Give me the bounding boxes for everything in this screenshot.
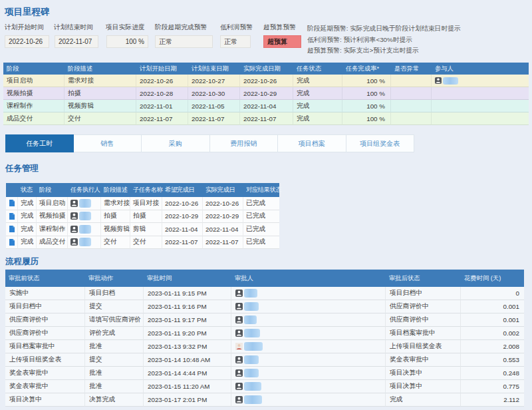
- process-col-header[interactable]: 审批动作: [85, 270, 144, 287]
- milestone-cell: 2022-11-07: [188, 112, 240, 125]
- milestone-col-header[interactable]: 任务完成率*: [342, 63, 391, 75]
- milestone-row[interactable]: 成品交付 交付 2022-11-07 2022-11-07 2022-11-07…: [3, 112, 529, 125]
- process-cell: 评价完成: [85, 327, 144, 340]
- milestone-cell: 2022-11-04: [240, 100, 293, 112]
- task-col-header[interactable]: 任务执行人: [68, 183, 101, 197]
- milestone-col-header[interactable]: 是否异常: [391, 63, 432, 75]
- redacted-name: [79, 212, 91, 220]
- field-label-4: 低利润预警: [220, 23, 253, 32]
- process-row[interactable]: 项目决算中 决算完成 2023-01-17 2:01 PM 完成 2.112: [5, 393, 524, 407]
- process-cell: 项目归档中: [386, 287, 461, 300]
- process-cell: 2023-01-15 11:20 AM: [144, 380, 231, 393]
- participants-cell: [432, 75, 529, 87]
- task-col-header[interactable]: 状态: [18, 183, 37, 197]
- process-row[interactable]: 供应商评价中 评价完成 2023-01-11 9:20 PM 项目档案审批中 0…: [5, 327, 524, 340]
- task-doc-cell[interactable]: [6, 210, 18, 224]
- process-col-header[interactable]: 审批人: [231, 270, 386, 287]
- process-cell: 实施中: [5, 287, 85, 300]
- process-cell: 0.001: [461, 300, 524, 313]
- milestone-col-header[interactable]: 计划结束日期: [188, 63, 240, 75]
- tab-5[interactable]: 项目组奖金表: [346, 134, 415, 152]
- process-col-header[interactable]: 审批前状态: [5, 270, 85, 287]
- field-value-0: 2022-10-26: [5, 35, 49, 48]
- task-cell: 项目启动: [37, 197, 68, 210]
- milestone-cell: [391, 87, 432, 100]
- task-col-header[interactable]: 阶段描述: [101, 183, 130, 197]
- tab-4[interactable]: 项目档案: [278, 134, 346, 152]
- process-cell: 供应商评价中: [386, 313, 461, 327]
- user-avatar-icon: [235, 369, 243, 377]
- task-cell: 2022-11-07: [203, 236, 243, 250]
- milestone-col-header[interactable]: 任务状态: [293, 63, 342, 75]
- redacted-name: [244, 315, 257, 324]
- process-row[interactable]: 项目归档中 提交 2023-01-11 9:16 PM 供应商评价中 0.001: [5, 300, 524, 313]
- participants-cell: [432, 100, 529, 112]
- task-doc-cell[interactable]: [6, 223, 18, 236]
- process-cell: 2023-01-11 9:16 PM: [144, 300, 231, 313]
- tab-0[interactable]: 任务工时: [5, 134, 74, 152]
- milestone-col-header[interactable]: 阶段: [3, 63, 65, 75]
- tab-3[interactable]: 费用报销: [210, 134, 279, 152]
- task-doc-cell[interactable]: [6, 197, 18, 210]
- task-row[interactable]: 完成 成品交付 交付 交付 2022-11-07 2022-11-07 已完成: [6, 236, 279, 250]
- task-cell: 项目对接: [130, 197, 162, 210]
- process-col-header[interactable]: 审批时间: [144, 270, 231, 287]
- task-row[interactable]: 完成 课程制作 视频剪辑 剪辑 2022-11-04 2022-11-04 已完…: [6, 223, 279, 236]
- process-cell: 奖金表审批中: [386, 353, 461, 367]
- task-cell: 2022-11-07: [162, 236, 203, 250]
- task-cell: 2022-10-29: [162, 210, 203, 224]
- process-row[interactable]: 实施中 项目归档 2023-01-11 9:15 PM 项目归档中 0: [5, 287, 524, 300]
- redacted-name: [244, 342, 263, 351]
- milestone-cell: 100 %: [342, 100, 391, 112]
- task-col-header[interactable]: 实际完成日: [203, 183, 243, 197]
- milestone-cell: 视频剪辑: [65, 100, 136, 112]
- task-cell: 成品交付: [37, 236, 68, 250]
- approver-cell: [231, 353, 386, 367]
- milestone-cell: 完成: [293, 100, 342, 112]
- tab-2[interactable]: 采购: [142, 134, 210, 152]
- milestone-col-header[interactable]: 参与人: [432, 63, 529, 75]
- milestone-row[interactable]: 课程制作 视频剪辑 2022-11-01 2022-11-05 2022-11-…: [3, 100, 529, 112]
- process-row[interactable]: 奖金表审批中 批准 2023-01-14 4:44 PM 项目决算中 0.248: [5, 367, 524, 380]
- field-label-0: 计划开始时间: [5, 23, 44, 32]
- task-doc-cell[interactable]: [6, 236, 18, 250]
- task-row[interactable]: 完成 项目启动 需求对接 项目对接 2022-10-26 2022-10-26 …: [6, 197, 279, 210]
- process-cell: 供应商评价中: [386, 300, 461, 313]
- process-cell: 2023-01-11 9:15 PM: [144, 287, 231, 300]
- milestone-cell: 100 %: [342, 112, 391, 125]
- process-row[interactable]: 奖金表审批中 批准 2023-01-15 11:20 AM 项目决算中 0.77…: [5, 380, 524, 393]
- participants-cell: [432, 87, 529, 100]
- field-value-3: 正常: [155, 35, 213, 48]
- process-col-header[interactable]: 审批后状态: [386, 270, 461, 287]
- milestone-row[interactable]: 项目启动 需求对接 2022-10-26 2022-10-27 2022-10-…: [3, 75, 529, 87]
- milestone-row[interactable]: 视频拍摄 拍摄 2022-10-28 2022-10-30 2022-10-29…: [3, 87, 529, 100]
- task-cell: 视频剪辑: [101, 223, 130, 236]
- milestone-cell: [391, 112, 432, 125]
- process-cell: 项目决算中: [386, 367, 461, 380]
- milestone-col-header[interactable]: 实际完成日期: [240, 63, 293, 75]
- task-executor-cell: [68, 223, 101, 236]
- process-row[interactable]: 上传项目组奖金表 提交 2023-01-14 10:48 AM 奖金表审批中 0…: [5, 353, 524, 367]
- tab-1[interactable]: 销售: [74, 134, 142, 152]
- task-col-header[interactable]: 对应结果状态: [243, 183, 279, 197]
- milestone-col-header[interactable]: 阶段描述: [65, 63, 136, 75]
- task-col-header[interactable]: 阶段: [37, 183, 68, 197]
- user-avatar-icon: [70, 238, 78, 246]
- process-col-header[interactable]: 花费时间 (天): [461, 270, 524, 287]
- task-col-header[interactable]: 希望完成日: [162, 183, 203, 197]
- process-cell: 0.248: [461, 367, 524, 380]
- milestone-col-header[interactable]: 计划开始日期: [136, 63, 188, 75]
- task-executor-cell: [68, 197, 101, 210]
- process-row[interactable]: 供应商评价中 请填写供应商评价 2023-01-11 9:17 PM 供应商评价…: [5, 313, 524, 327]
- user-avatar-icon: [235, 383, 243, 390]
- user-avatar-icon: [235, 396, 243, 403]
- process-cell: 0.553: [461, 353, 524, 367]
- task-col-header[interactable]: 子任务名称: [130, 183, 162, 197]
- task-row[interactable]: 完成 视频拍摄 拍摄 拍摄 2022-10-29 2022-10-29 已完成: [6, 210, 279, 224]
- process-row[interactable]: 项目档案审批中 批准 2023-01-13 9:32 PM 上传项目组奖金表 2…: [5, 340, 524, 353]
- task-cell: 2022-10-26: [203, 197, 243, 210]
- process-cell: 项目归档: [85, 287, 144, 300]
- process-cell: 上传项目组奖金表: [5, 353, 85, 367]
- process-cell: 奖金表审批中: [5, 367, 85, 380]
- milestone-cell: 2022-11-07: [240, 112, 293, 125]
